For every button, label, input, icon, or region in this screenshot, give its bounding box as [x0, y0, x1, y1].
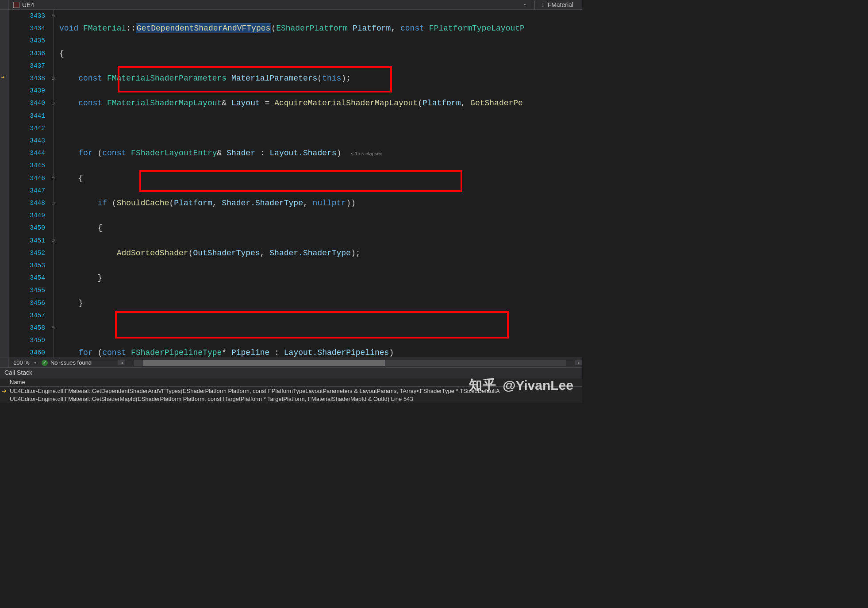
callstack-body: ➔ UE4Editor-Engine.dll!FMaterial::GetDep… — [0, 387, 582, 403]
issues-label[interactable]: No issues found — [50, 359, 92, 366]
callstack-column-name[interactable]: Name — [0, 378, 582, 387]
code-editor: ➔ 34333434343534363437 34383439344034413… — [0, 10, 582, 358]
left-margin — [0, 0, 9, 9]
selected-function: GetDependentShaderAndVFTypes — [136, 23, 271, 33]
current-line-arrow-icon: ➔ — [1, 73, 4, 81]
breakpoint-margin[interactable]: ➔ — [0, 10, 9, 358]
callstack-row[interactable]: ➔ UE4Editor-Engine.dll!FMaterial::GetDep… — [0, 387, 582, 395]
ue-icon — [13, 2, 19, 8]
scrollbar-thumb[interactable] — [143, 360, 385, 366]
tab-title: UE4 — [22, 1, 34, 8]
scroll-right-icon[interactable]: ▸ — [575, 360, 582, 365]
check-icon: ✓ — [42, 360, 48, 366]
zoom-dropdown-icon[interactable]: ▾ — [34, 360, 42, 365]
callstack-panel-header[interactable]: Call Stack — [0, 367, 582, 378]
nav-dropdown-icon[interactable]: ▾ — [521, 2, 528, 8]
scroll-left-icon[interactable]: ◂ — [118, 360, 125, 365]
down-arrow-icon[interactable]: ↓ — [540, 1, 544, 8]
callstack-row[interactable]: UE4Editor-Engine.dll!FMaterial::GetShade… — [0, 395, 582, 403]
line-number-gutter[interactable]: 34333434343534363437 3438343934403441344… — [9, 10, 49, 358]
fold-column[interactable]: ⊟ ⊟ ⊟ ⊟ ⊟ ⊟ ⊟ — [49, 10, 58, 358]
current-frame-arrow-icon: ➔ — [2, 388, 10, 394]
tab-bar: UE4 ▾ │ ↓ FMaterial — [0, 0, 582, 10]
file-tab[interactable]: UE4 — [9, 0, 38, 9]
code-content[interactable]: void FMaterial::GetDependentShaderAndVFT… — [58, 10, 582, 358]
horizontal-scrollbar[interactable] — [134, 360, 566, 366]
perf-elapsed: ≤ 1ms elapsed — [351, 151, 382, 156]
zoom-level[interactable]: 100 % — [9, 359, 34, 366]
status-bar: 100 % ▾ ✓ No issues found ◂ ▸ — [0, 358, 582, 367]
nav-symbol[interactable]: FMaterial — [548, 1, 573, 8]
